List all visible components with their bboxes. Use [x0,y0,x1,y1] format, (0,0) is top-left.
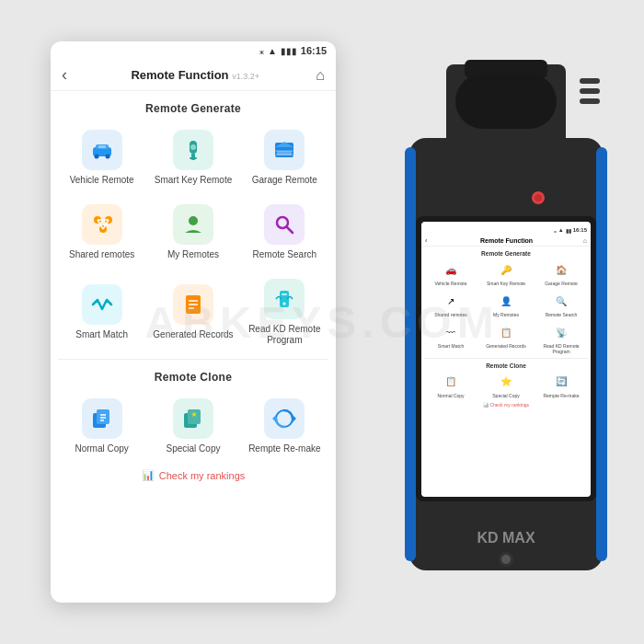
app-header: ‹ Remote Function v1.3.2+ ⌂ [51,60,336,91]
garage-remote-label: Garage Remote [252,175,317,186]
smart-match-item[interactable]: Smart Match [58,271,145,353]
mini-normal-copy-icon: 📋 [442,373,460,391]
smart-match-label: Smart Match [75,329,128,340]
svg-rect-44 [405,147,416,561]
mini-smart-match: 〰 Smart Match [424,321,477,356]
svg-rect-36 [188,409,201,424]
mini-read-kd: 📡 Read KD Remote Program [535,321,588,356]
mini-normal-copy: 📋 Normal Copy [424,371,477,400]
section-divider [58,359,328,360]
svg-rect-29 [282,293,287,295]
mini-records-icon: 📋 [497,323,515,341]
generated-records-item[interactable]: Generated Records [149,271,236,353]
remote-search-label: Remote Search [253,249,316,260]
mini-garage: 🏠 Garage Remote [535,259,588,288]
mini-check-rankings: 📊 Check my rankings [421,402,591,408]
read-kd-remote-label: Read KD Remote Program [245,324,325,346]
read-kd-remote-icon [264,279,305,319]
svg-rect-48 [580,98,600,104]
mini-smart-key: 🔑 Smart Key Remote [479,259,533,288]
check-rankings-button[interactable]: 📊 Check my rankings [51,469,336,489]
shared-remotes-icon [82,204,122,245]
mini-clone-title: Remote Clone [421,362,591,369]
app-screen: ⁎ ▲ ▮▮▮ 16:15 ‹ Remote Function v1.3.2+ … [51,41,336,603]
mini-remake-icon: 🔄 [552,373,570,391]
svg-point-8 [190,144,196,150]
mini-search: 🔍 Remote Search [535,290,588,319]
mini-special-copy-icon: ⭐ [497,373,515,391]
mini-vehicle-remote: 🚗 Vehicle Remote [424,259,477,288]
mini-device-screen: ⁎▲▮▮16:15 ‹ Remote Function ⌂ Remote Gen… [421,225,591,497]
remote-remake-icon [264,398,305,439]
mini-garage-icon: 🏠 [552,260,570,279]
mini-my-remotes-icon: 👤 [497,292,515,310]
smart-match-icon [82,284,122,325]
svg-rect-7 [190,157,197,159]
mini-generate-title: Remote Generate [421,250,591,257]
smart-key-remote-icon [173,130,213,170]
mini-clone-grid: 📋 Normal Copy ⭐ Special Copy 🔄 Rempte Re… [421,371,591,400]
remote-remake-item[interactable]: Rempte Re-make [241,391,328,462]
special-copy-label: Special Copy [167,443,221,454]
vehicle-remote-label: Vehicle Remote [70,175,134,186]
version-label: v1.3.2+ [232,72,259,81]
svg-marker-39 [293,415,296,422]
header-title: Remote Function v1.3.2+ [75,68,316,82]
mini-read-kd-icon: 📡 [552,323,570,341]
scene: ⁎ ▲ ▮▮▮ 16:15 ‹ Remote Function v1.3.2+ … [0,0,644,644]
time-display: 16:15 [301,45,327,56]
mini-remake: 🔄 Rempte Re-make [535,371,588,400]
mini-my-remotes: 👤 My Remotes [479,290,533,319]
special-copy-icon [173,398,213,439]
read-kd-remote-item[interactable]: Read KD Remote Program [241,271,328,353]
special-copy-item[interactable]: Special Copy [149,391,236,462]
my-remotes-icon [173,204,213,245]
generated-records-label: Generated Records [153,329,233,340]
svg-rect-49 [455,74,557,129]
mini-vehicle-icon: 🚗 [442,260,460,279]
mini-shared-icon: ↗ [442,292,460,310]
svg-rect-31 [97,409,109,424]
mini-generate-grid: 🚗 Vehicle Remote 🔑 Smart Key Remote 🏠 Ga… [421,259,591,356]
svg-rect-46 [580,78,600,84]
mini-shared: ↗ Shared remotes [424,290,477,319]
smart-key-remote-item[interactable]: Smart Key Remote [149,122,236,193]
normal-copy-item[interactable]: Normal Copy [58,391,145,462]
bluetooth-icon: ⁎ [259,46,264,56]
battery-icon: ▮▮▮ [281,46,297,56]
svg-point-3 [105,155,109,159]
svg-rect-45 [596,147,607,561]
svg-point-2 [94,155,98,159]
remote-clone-grid: Normal Copy Special Copy Rempte Re-make [51,391,336,462]
rankings-icon: 📊 [142,469,155,481]
my-remotes-item[interactable]: My Remotes [149,197,236,268]
section-title-generate: Remote Generate [51,102,336,115]
garage-remote-item[interactable]: Garage Remote [241,122,328,193]
rankings-label: Check my rankings [159,470,246,481]
normal-copy-icon [82,398,122,439]
back-button[interactable]: ‹ [62,65,67,85]
svg-rect-4 [98,145,106,148]
remote-search-item[interactable]: Remote Search [241,197,328,268]
section-title-clone: Remote Clone [51,371,336,384]
shared-remotes-label: Shared remotes [69,249,134,260]
garage-remote-icon [264,130,305,170]
mini-header: ‹ Remote Function ⌂ [421,236,591,247]
vehicle-remote-icon [82,130,122,170]
mini-status-bar: ⁎▲▮▮16:15 [421,225,591,236]
smart-key-remote-label: Smart Key Remote [155,175,232,186]
svg-text:KD MAX: KD MAX [477,530,535,546]
mini-smart-key-icon: 🔑 [497,260,515,279]
svg-point-20 [189,216,198,225]
shared-remotes-item[interactable]: Shared remotes [58,197,145,268]
svg-point-56 [501,555,511,564]
mini-special-copy: ⭐ Special Copy [479,371,533,400]
home-button[interactable]: ⌂ [316,67,325,84]
svg-point-51 [535,194,542,201]
remote-generate-grid: Vehicle Remote Smart Key Remote Garage R… [51,122,336,353]
vehicle-remote-item[interactable]: Vehicle Remote [58,122,145,193]
status-bar: ⁎ ▲ ▮▮▮ 16:15 [51,41,336,60]
mini-title: Remote Function [430,237,582,244]
svg-line-22 [287,227,293,233]
remote-remake-label: Rempte Re-make [248,443,320,454]
